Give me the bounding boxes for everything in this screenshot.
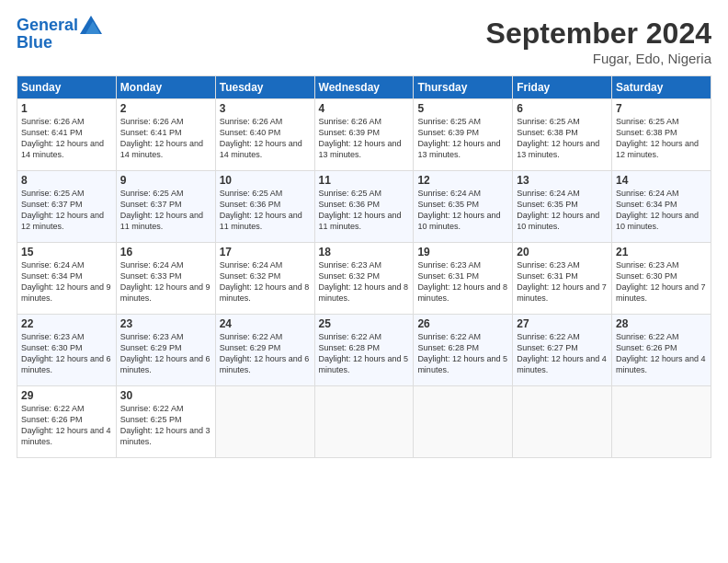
day-number: 1 <box>21 102 112 115</box>
day-number: 8 <box>21 174 112 187</box>
calendar-cell: 27 Sunrise: 6:22 AM Sunset: 6:27 PM Dayl… <box>513 315 612 386</box>
location-subtitle: Fugar, Edo, Nigeria <box>486 51 711 66</box>
day-info: Sunrise: 6:22 AM Sunset: 6:26 PM Dayligh… <box>616 331 707 376</box>
logo: General Blue <box>17 17 102 52</box>
day-number: 27 <box>517 317 608 330</box>
header: General Blue September 2024 Fugar, Edo, … <box>17 17 711 66</box>
calendar-cell: 6 Sunrise: 6:25 AM Sunset: 6:38 PM Dayli… <box>513 99 612 171</box>
day-number: 21 <box>616 246 707 259</box>
calendar-cell: 10 Sunrise: 6:25 AM Sunset: 6:36 PM Dayl… <box>215 171 314 243</box>
calendar-cell: 7 Sunrise: 6:25 AM Sunset: 6:38 PM Dayli… <box>612 99 711 171</box>
day-number: 23 <box>120 317 211 330</box>
day-info: Sunrise: 6:22 AM Sunset: 6:28 PM Dayligh… <box>319 331 410 376</box>
calendar-cell: 28 Sunrise: 6:22 AM Sunset: 6:26 PM Dayl… <box>612 315 711 386</box>
day-number: 14 <box>616 174 707 187</box>
day-number: 25 <box>319 317 410 330</box>
day-info: Sunrise: 6:22 AM Sunset: 6:25 PM Dayligh… <box>120 403 211 448</box>
calendar-cell <box>612 386 711 458</box>
day-number: 2 <box>120 102 211 115</box>
calendar-cell: 5 Sunrise: 6:25 AM Sunset: 6:39 PM Dayli… <box>414 99 513 171</box>
title-area: September 2024 Fugar, Edo, Nigeria <box>486 17 711 66</box>
day-info: Sunrise: 6:25 AM Sunset: 6:37 PM Dayligh… <box>120 188 211 233</box>
day-number: 7 <box>616 102 707 115</box>
calendar-cell: 26 Sunrise: 6:22 AM Sunset: 6:28 PM Dayl… <box>414 315 513 386</box>
calendar-week-5: 29 Sunrise: 6:22 AM Sunset: 6:26 PM Dayl… <box>17 386 711 458</box>
day-number: 3 <box>220 102 311 115</box>
calendar-cell: 22 Sunrise: 6:23 AM Sunset: 6:30 PM Dayl… <box>17 315 117 386</box>
weekday-header-friday: Friday <box>513 76 612 99</box>
logo-icon <box>80 16 102 34</box>
day-info: Sunrise: 6:25 AM Sunset: 6:36 PM Dayligh… <box>220 188 311 233</box>
day-number: 29 <box>21 389 112 402</box>
day-number: 26 <box>417 317 508 330</box>
weekday-header-sunday: Sunday <box>17 76 117 99</box>
day-info: Sunrise: 6:25 AM Sunset: 6:37 PM Dayligh… <box>21 188 112 233</box>
day-info: Sunrise: 6:24 AM Sunset: 6:35 PM Dayligh… <box>417 188 508 233</box>
month-title: September 2024 <box>486 17 711 51</box>
day-number: 17 <box>220 246 311 259</box>
calendar-week-3: 15 Sunrise: 6:24 AM Sunset: 6:34 PM Dayl… <box>17 243 711 315</box>
day-number: 5 <box>417 102 508 115</box>
day-number: 20 <box>517 246 608 259</box>
day-info: Sunrise: 6:25 AM Sunset: 6:39 PM Dayligh… <box>417 116 508 161</box>
calendar-cell: 24 Sunrise: 6:22 AM Sunset: 6:29 PM Dayl… <box>215 315 314 386</box>
logo-blue: Blue <box>17 33 102 52</box>
day-info: Sunrise: 6:23 AM Sunset: 6:31 PM Dayligh… <box>417 259 508 304</box>
day-number: 9 <box>120 174 211 187</box>
calendar-week-2: 8 Sunrise: 6:25 AM Sunset: 6:37 PM Dayli… <box>17 171 711 243</box>
calendar-cell: 8 Sunrise: 6:25 AM Sunset: 6:37 PM Dayli… <box>17 171 117 243</box>
day-number: 28 <box>616 317 707 330</box>
day-number: 12 <box>417 174 508 187</box>
weekday-header-thursday: Thursday <box>414 76 513 99</box>
weekday-header-saturday: Saturday <box>612 76 711 99</box>
calendar-cell <box>215 386 314 458</box>
logo-text: General <box>17 17 78 35</box>
day-info: Sunrise: 6:26 AM Sunset: 6:41 PM Dayligh… <box>120 116 211 161</box>
calendar-cell <box>414 386 513 458</box>
weekday-header-row: SundayMondayTuesdayWednesdayThursdayFrid… <box>17 76 711 99</box>
calendar-cell: 16 Sunrise: 6:24 AM Sunset: 6:33 PM Dayl… <box>116 243 215 315</box>
day-info: Sunrise: 6:24 AM Sunset: 6:34 PM Dayligh… <box>21 259 112 304</box>
calendar-cell <box>314 386 414 458</box>
calendar-cell: 2 Sunrise: 6:26 AM Sunset: 6:41 PM Dayli… <box>116 99 215 171</box>
day-info: Sunrise: 6:22 AM Sunset: 6:28 PM Dayligh… <box>417 331 508 376</box>
day-number: 4 <box>319 102 410 115</box>
calendar-cell: 12 Sunrise: 6:24 AM Sunset: 6:35 PM Dayl… <box>414 171 513 243</box>
calendar-cell: 1 Sunrise: 6:26 AM Sunset: 6:41 PM Dayli… <box>17 99 117 171</box>
day-number: 15 <box>21 246 112 259</box>
calendar-week-1: 1 Sunrise: 6:26 AM Sunset: 6:41 PM Dayli… <box>17 99 711 171</box>
day-info: Sunrise: 6:26 AM Sunset: 6:40 PM Dayligh… <box>220 116 311 161</box>
calendar-cell: 23 Sunrise: 6:23 AM Sunset: 6:29 PM Dayl… <box>116 315 215 386</box>
day-number: 30 <box>120 389 211 402</box>
calendar-cell: 19 Sunrise: 6:23 AM Sunset: 6:31 PM Dayl… <box>414 243 513 315</box>
calendar-table: SundayMondayTuesdayWednesdayThursdayFrid… <box>17 75 711 458</box>
day-number: 10 <box>220 174 311 187</box>
day-number: 22 <box>21 317 112 330</box>
day-number: 19 <box>417 246 508 259</box>
day-number: 24 <box>220 317 311 330</box>
calendar-body: 1 Sunrise: 6:26 AM Sunset: 6:41 PM Dayli… <box>17 99 711 458</box>
calendar-cell: 14 Sunrise: 6:24 AM Sunset: 6:34 PM Dayl… <box>612 171 711 243</box>
calendar-cell: 29 Sunrise: 6:22 AM Sunset: 6:26 PM Dayl… <box>17 386 117 458</box>
calendar-cell: 20 Sunrise: 6:23 AM Sunset: 6:31 PM Dayl… <box>513 243 612 315</box>
day-info: Sunrise: 6:25 AM Sunset: 6:38 PM Dayligh… <box>517 116 608 161</box>
calendar-cell: 11 Sunrise: 6:25 AM Sunset: 6:36 PM Dayl… <box>314 171 414 243</box>
day-info: Sunrise: 6:23 AM Sunset: 6:32 PM Dayligh… <box>319 259 410 304</box>
day-info: Sunrise: 6:23 AM Sunset: 6:30 PM Dayligh… <box>616 259 707 304</box>
day-info: Sunrise: 6:24 AM Sunset: 6:33 PM Dayligh… <box>120 259 211 304</box>
day-number: 11 <box>319 174 410 187</box>
calendar-cell: 17 Sunrise: 6:24 AM Sunset: 6:32 PM Dayl… <box>215 243 314 315</box>
day-info: Sunrise: 6:22 AM Sunset: 6:29 PM Dayligh… <box>220 331 311 376</box>
day-info: Sunrise: 6:24 AM Sunset: 6:32 PM Dayligh… <box>220 259 311 304</box>
day-number: 16 <box>120 246 211 259</box>
calendar-cell <box>513 386 612 458</box>
day-info: Sunrise: 6:24 AM Sunset: 6:35 PM Dayligh… <box>517 188 608 233</box>
day-info: Sunrise: 6:25 AM Sunset: 6:38 PM Dayligh… <box>616 116 707 161</box>
day-number: 13 <box>517 174 608 187</box>
weekday-header-monday: Monday <box>116 76 215 99</box>
calendar-cell: 9 Sunrise: 6:25 AM Sunset: 6:37 PM Dayli… <box>116 171 215 243</box>
day-info: Sunrise: 6:26 AM Sunset: 6:39 PM Dayligh… <box>319 116 410 161</box>
weekday-header-wednesday: Wednesday <box>314 76 414 99</box>
page: General Blue September 2024 Fugar, Edo, … <box>0 0 728 563</box>
day-info: Sunrise: 6:22 AM Sunset: 6:26 PM Dayligh… <box>21 403 112 448</box>
